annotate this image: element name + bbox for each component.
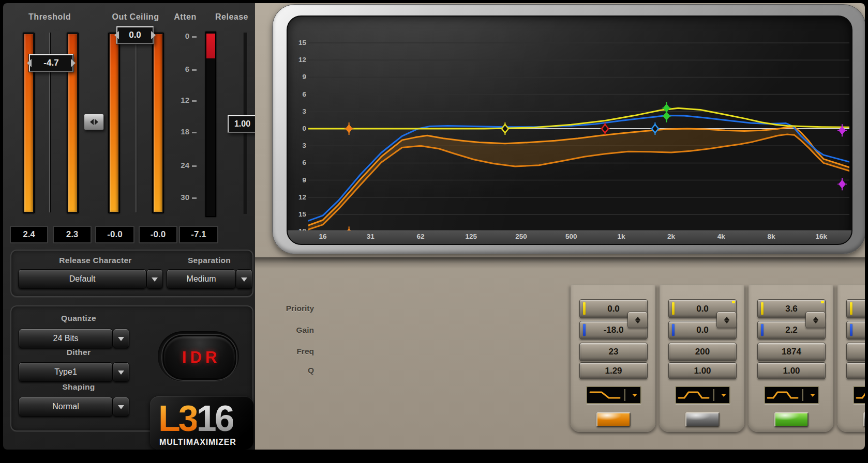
band-color-button[interactable] xyxy=(863,412,865,427)
band-priority-button[interactable]: 0.0 xyxy=(846,299,865,318)
spinner-down-icon xyxy=(813,320,818,326)
priority-tick-icon xyxy=(850,302,852,315)
threshold-left-readout[interactable]: 2.4 xyxy=(10,226,48,243)
band-freq-value: 1874 xyxy=(782,347,801,357)
gain-tick-icon xyxy=(761,324,764,336)
dither-select[interactable]: Type1 xyxy=(19,362,113,382)
multimaximizer-label: MULTIMAXIMIZER xyxy=(159,438,236,447)
release-character-label: Release Character xyxy=(35,256,156,265)
spinner-down-icon xyxy=(635,320,640,326)
band-q-button[interactable]: 1.29 xyxy=(579,362,648,379)
atten-scale-row: 30 xyxy=(168,193,197,202)
atten-title: Atten xyxy=(170,12,201,22)
band-q-button[interactable]: 1.00 xyxy=(668,362,737,379)
eq-curves-svg xyxy=(288,17,851,244)
band-color-button[interactable] xyxy=(596,412,631,427)
gain-tick-icon xyxy=(583,324,586,336)
release-title: Release xyxy=(211,12,252,22)
band-filter-type-selector[interactable] xyxy=(764,386,819,404)
idr-button[interactable]: IDR xyxy=(162,335,236,380)
freq-axis-tick: 500 xyxy=(560,233,582,240)
shaping-dropdown-arrow[interactable] xyxy=(113,397,129,416)
atten-scale-row: 6 xyxy=(168,65,197,73)
atten-readout[interactable]: -7.1 xyxy=(179,226,218,243)
separation-label: Separation xyxy=(174,256,244,265)
band-q-value: 1.00 xyxy=(783,366,800,376)
out-ceiling-left-readout[interactable]: -0.0 xyxy=(95,226,134,243)
band-freq-button[interactable]: 200 xyxy=(668,343,737,361)
freq-axis-tick: 31 xyxy=(359,233,382,240)
band-spinner[interactable] xyxy=(805,312,826,328)
db-axis-tick: 12 xyxy=(291,56,306,64)
band-filter-type-selector[interactable] xyxy=(675,386,730,404)
spinner-up-icon xyxy=(813,314,818,320)
band-gain-value: 0.0 xyxy=(696,325,709,335)
band-spinner[interactable] xyxy=(627,312,648,328)
gain-tick-icon xyxy=(850,324,852,336)
band-gain-button[interactable]: 0.0 xyxy=(846,321,865,339)
band-priority-value: 0.0 xyxy=(607,304,620,314)
band-freq-button[interactable]: 1874 xyxy=(757,343,826,361)
band-q-button[interactable]: 1.00 xyxy=(846,362,865,379)
atten-tick xyxy=(192,69,197,71)
idr-recess: IDR xyxy=(158,331,239,381)
band-q-value: 1.00 xyxy=(694,366,711,376)
release-character-select[interactable]: Default xyxy=(18,269,146,289)
band-column: 0.0 0.0 799 1.00 xyxy=(837,285,865,432)
band2-node-marker[interactable] xyxy=(500,122,510,135)
freq-axis-tick: 2k xyxy=(660,233,683,240)
band-spinner[interactable] xyxy=(716,312,737,328)
shaping-label: Shaping xyxy=(42,382,115,392)
band-freq-button[interactable]: 23 xyxy=(579,343,648,361)
graph-and-bands-panel: 15129630369121518 1631621252505001k2k4k8… xyxy=(255,3,865,450)
dither-dropdown-arrow[interactable] xyxy=(113,362,129,382)
release-value-tag[interactable]: 1.00 xyxy=(228,115,257,133)
attenuation-range-fill xyxy=(302,127,851,232)
eq-graph[interactable]: 15129630369121518 1631621252505001k2k4k8… xyxy=(287,16,852,245)
db-axis-tick: 3 xyxy=(291,142,306,149)
filter-box-divider xyxy=(624,389,625,401)
band-color-button[interactable] xyxy=(685,412,720,427)
priority-tick-icon xyxy=(583,302,586,315)
frequency-axis: 1631621252505001k2k4k8k16k xyxy=(288,230,851,244)
band-filter-type-selector[interactable] xyxy=(586,386,641,404)
db-axis-tick: 6 xyxy=(291,90,306,98)
band-filter-type-selector[interactable] xyxy=(853,386,865,404)
l316-logo-tile: L316 MULTIMAXIMIZER xyxy=(150,396,253,450)
threshold-right-readout[interactable]: 2.3 xyxy=(53,226,92,243)
separation-dropdown-arrow[interactable] xyxy=(236,269,252,289)
db-axis-tick: 0 xyxy=(291,125,306,132)
atten-tick xyxy=(192,36,197,38)
link-button[interactable] xyxy=(84,114,104,130)
quantize-dropdown-arrow[interactable] xyxy=(113,329,129,348)
db-axis-tick: 9 xyxy=(291,176,306,184)
freq-axis-tick: 125 xyxy=(460,233,483,240)
separation-select[interactable]: Medium xyxy=(167,269,236,289)
atten-scale-row: 18 xyxy=(168,127,197,136)
priority-tick-icon xyxy=(761,302,764,315)
band-freq-button[interactable]: 799 xyxy=(846,343,865,361)
db-axis-tick: 12 xyxy=(291,193,306,201)
filter-dropdown-arrow-icon xyxy=(810,394,815,399)
out-ceiling-value-tag[interactable]: 0.0 xyxy=(116,26,154,44)
threshold-value-tag[interactable]: -4.7 xyxy=(29,54,73,72)
out-ceiling-title: Out Ceiling xyxy=(104,12,167,22)
band6-priority-marker[interactable] xyxy=(837,124,847,136)
freq-axis-tick: 1k xyxy=(610,233,633,240)
quantize-select[interactable]: 24 Bits xyxy=(19,329,113,348)
release-character-dropdown-arrow[interactable] xyxy=(146,269,163,289)
band-q-button[interactable]: 1.00 xyxy=(757,362,826,379)
db-axis-tick: 9 xyxy=(291,73,306,81)
shaping-select[interactable]: Normal xyxy=(19,397,113,416)
out-ceiling-fader-left[interactable] xyxy=(108,33,120,213)
out-ceiling-fader-bar xyxy=(154,34,162,212)
band4-node-marker[interactable] xyxy=(601,122,610,135)
out-ceiling-fader-right[interactable] xyxy=(152,33,164,213)
release-character-panel: Release Character Separation Default Med… xyxy=(10,250,253,297)
band-gain-value: -18.0 xyxy=(604,325,624,335)
out-ceiling-right-readout[interactable]: -0.0 xyxy=(139,226,177,243)
band-color-button[interactable] xyxy=(774,412,809,427)
atten-scale-row: 12 xyxy=(168,96,197,104)
band1-priority-marker[interactable] xyxy=(345,122,354,135)
filter-shape-icon xyxy=(587,388,623,402)
